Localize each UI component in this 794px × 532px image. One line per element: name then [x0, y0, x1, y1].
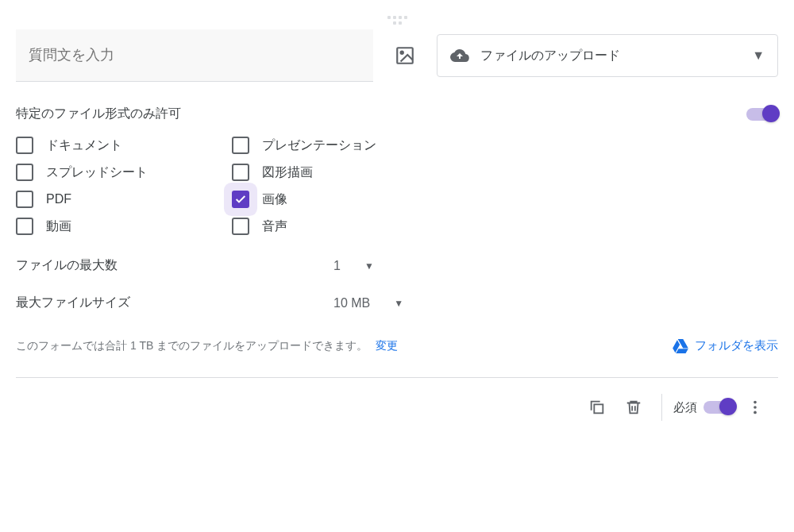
file-type-grid: ドキュメントプレゼンテーションスプレッドシート図形描画PDF画像動画音声	[16, 137, 778, 235]
image-icon	[395, 45, 415, 66]
file-type-checkbox[interactable]: 図形描画	[232, 164, 438, 181]
file-type-checkbox[interactable]: ドキュメント	[16, 137, 222, 154]
storage-info-text: このフォームでは合計 1 TB までのファイルをアップロードできます。	[16, 339, 368, 353]
max-size-value: 10 MB	[333, 296, 370, 310]
file-type-checkbox[interactable]: 音声	[232, 218, 438, 235]
change-storage-link[interactable]: 変更	[376, 339, 398, 353]
svg-rect-0	[397, 48, 413, 64]
file-type-label: 音声	[262, 218, 287, 235]
delete-button[interactable]	[617, 391, 650, 424]
caret-down-icon: ▼	[394, 298, 403, 309]
question-title-input[interactable]	[16, 29, 373, 82]
svg-point-5	[754, 411, 757, 414]
question-type-label: ファイルのアップロード	[480, 48, 752, 64]
file-type-checkbox[interactable]: 画像	[232, 191, 438, 208]
svg-rect-2	[594, 404, 603, 413]
max-size-label: 最大ファイルサイズ	[16, 295, 175, 311]
view-folder-label: フォルダを表示	[695, 338, 778, 353]
file-type-label: 図形描画	[262, 164, 313, 181]
file-type-label: 動画	[46, 218, 71, 235]
checkbox-icon	[232, 191, 249, 208]
file-type-checkbox[interactable]: プレゼンテーション	[232, 137, 438, 154]
drag-handle[interactable]	[386, 16, 408, 25]
svg-point-1	[401, 52, 403, 54]
checkbox-icon	[16, 164, 33, 181]
file-type-label: スプレッドシート	[46, 164, 148, 181]
svg-point-4	[754, 406, 757, 409]
max-files-value: 1	[333, 259, 341, 273]
allow-specific-toggle[interactable]	[746, 108, 778, 121]
file-type-label: 画像	[262, 191, 287, 208]
file-type-label: プレゼンテーション	[262, 137, 376, 154]
file-type-label: ドキュメント	[46, 137, 122, 154]
required-toggle[interactable]	[703, 401, 735, 414]
add-image-button[interactable]	[386, 37, 424, 75]
checkbox-icon	[232, 137, 249, 154]
max-files-label: ファイルの最大数	[16, 257, 175, 274]
checkbox-icon	[232, 218, 249, 235]
max-size-select[interactable]: 10 MB ▼	[333, 296, 403, 310]
file-type-checkbox[interactable]: スプレッドシート	[16, 164, 222, 181]
max-files-select[interactable]: 1 ▼	[333, 259, 374, 273]
caret-down-icon: ▼	[752, 48, 765, 63]
allow-specific-label: 特定のファイル形式のみ許可	[16, 106, 746, 122]
file-type-label: PDF	[46, 192, 71, 206]
question-type-selector[interactable]: ファイルのアップロード ▼	[437, 34, 778, 77]
divider	[661, 394, 662, 421]
checkbox-icon	[16, 137, 33, 154]
checkbox-icon	[16, 191, 33, 208]
required-label: 必須	[673, 400, 697, 415]
file-type-checkbox[interactable]: 動画	[16, 218, 222, 235]
duplicate-button[interactable]	[580, 391, 614, 424]
checkbox-icon	[232, 164, 249, 181]
checkbox-icon	[16, 218, 33, 235]
drive-icon	[673, 339, 688, 353]
copy-icon	[588, 399, 606, 416]
svg-point-3	[754, 401, 757, 404]
trash-icon	[625, 399, 642, 416]
caret-down-icon: ▼	[364, 260, 374, 272]
cloud-upload-icon	[450, 46, 469, 65]
view-folder-link[interactable]: フォルダを表示	[673, 338, 778, 353]
file-type-checkbox[interactable]: PDF	[16, 191, 222, 208]
more-options-button[interactable]	[738, 391, 772, 424]
more-vert-icon	[746, 399, 764, 416]
